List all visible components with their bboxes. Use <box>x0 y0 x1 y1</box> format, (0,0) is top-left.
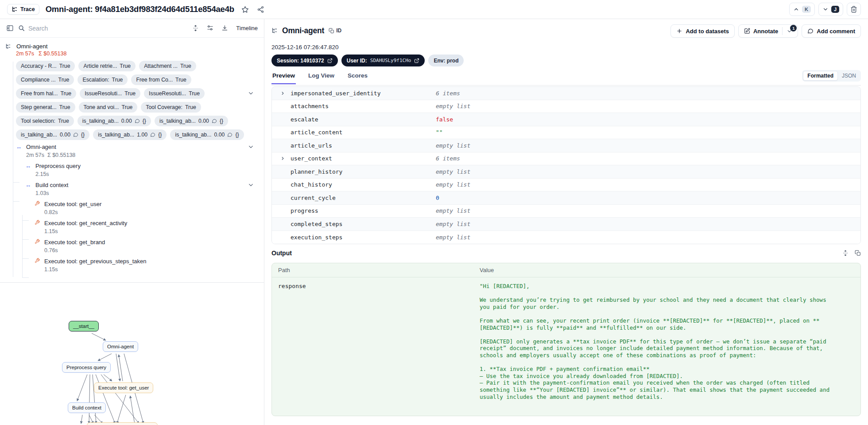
graph-node-build-context[interactable]: Build context <box>68 402 106 413</box>
annotate-button[interactable]: Annotate 1 <box>738 24 798 38</box>
tree-node-omni-agent[interactable]: ↔ Omni-agent 2m 57s Σ $0.55138 <box>5 143 264 159</box>
kv-row[interactable]: article_content "" <box>272 126 860 140</box>
tree-node-get-brand[interactable]: Execute tool: get_brand 0.76s <box>5 238 264 254</box>
page-title: Omni-agent: 9f4a81eb3df983f24d64d511e854… <box>46 4 234 14</box>
kv-row[interactable]: article_urls empty list <box>272 139 860 152</box>
root-cost: Σ $0.55138 <box>39 51 66 57</box>
search-box[interactable] <box>18 25 188 32</box>
collapse-node-chevron-icon[interactable] <box>248 144 254 150</box>
copy-id-button[interactable]: ID <box>329 27 341 34</box>
comment-icon <box>150 132 155 137</box>
kv-row[interactable]: progress empty list <box>272 205 860 218</box>
tree-node-build-context[interactable]: ↔ Build context 1.03s <box>5 181 264 197</box>
comment-icon <box>135 118 140 124</box>
score-badge[interactable]: Tool selection:True <box>16 116 74 126</box>
format-json[interactable]: JSON <box>838 71 860 80</box>
next-trace-button[interactable]: J <box>818 3 843 16</box>
score-badge[interactable]: IssueResoluti...True <box>80 88 140 99</box>
delete-trace-button[interactable] <box>847 3 861 16</box>
score-badge[interactable]: Step generat...True <box>16 102 75 113</box>
score-badge[interactable]: Free from hal...True <box>16 88 76 99</box>
score-badge[interactable]: Attachment ...True <box>139 61 196 71</box>
session-badge[interactable]: Session: 14910372 <box>271 55 338 66</box>
agent-graph: __start__ Omni-agent Preprocess query Ex… <box>0 283 264 425</box>
graph-node-partial[interactable] <box>87 422 158 425</box>
expand-output-icon[interactable] <box>842 250 849 256</box>
kv-row[interactable]: current_cycle 0 <box>272 191 860 205</box>
expand-row-chevron-icon[interactable] <box>280 91 285 96</box>
kv-row[interactable]: escalate false <box>272 113 860 126</box>
kv-key: escalate <box>285 116 436 123</box>
score-badge[interactable]: IssueResoluti...True <box>144 88 205 99</box>
sidebar-header: Timeline <box>0 19 264 38</box>
tree-node-preprocess-query[interactable]: ↔ Preprocess query 2.15s <box>5 162 264 178</box>
tab-preview[interactable]: Preview <box>271 71 296 84</box>
tree-node-get-user[interactable]: Execute tool: get_user 0.82s <box>5 200 264 216</box>
tab-scores[interactable]: Scores <box>347 71 368 84</box>
kv-value: empty list <box>436 181 470 188</box>
graph-node-preprocess-query[interactable]: Preprocess query <box>62 362 111 373</box>
chevron-down-icon <box>822 6 829 12</box>
score-badge[interactable]: is_talking_ab...0.00{} <box>16 129 89 140</box>
kv-row[interactable]: impersonated_user_identity 6 items <box>272 87 860 100</box>
timestamp: 2025-12-16 07:26:47.820 <box>271 44 861 51</box>
graph-node-start[interactable]: __start__ <box>69 321 99 331</box>
search-input[interactable] <box>28 25 126 32</box>
copy-output-icon[interactable] <box>855 250 861 256</box>
kv-row[interactable]: chat_history empty list <box>272 179 860 192</box>
tree-node-get-recent-activity[interactable]: Execute tool: get_recent_activity 1.15s <box>5 219 264 235</box>
share-button[interactable] <box>256 5 265 14</box>
external-link-icon <box>327 58 333 63</box>
trace-tree-icon <box>12 6 18 12</box>
score-badge[interactable]: Article retrie...True <box>78 61 136 71</box>
expand-row-chevron-icon[interactable] <box>280 156 285 161</box>
collapse-node-chevron-icon[interactable] <box>248 182 254 188</box>
tree-stub <box>22 277 29 278</box>
output-row-path: response <box>278 283 480 400</box>
output-table-row[interactable]: response "Hi [REDACTED], We understand y… <box>272 277 860 406</box>
unfold-all-icon[interactable] <box>192 25 199 31</box>
score-badge[interactable]: Accuracy - R...True <box>16 61 75 71</box>
score-badge[interactable]: Compliance ...True <box>16 74 74 85</box>
prev-trace-button[interactable]: K <box>789 3 815 16</box>
kv-value: 6 items <box>436 90 460 97</box>
kv-key: execution_steps <box>285 234 436 241</box>
comment-icon <box>227 132 232 137</box>
add-comment-button[interactable]: Add comment <box>802 24 861 38</box>
graph-node-get-user[interactable]: Execute tool: get_user <box>94 382 153 393</box>
kv-row[interactable]: user_context 6 items <box>272 152 860 166</box>
download-icon[interactable] <box>221 25 228 31</box>
kv-row[interactable]: completed_steps empty list <box>272 218 860 231</box>
timeline-toggle[interactable]: Timeline <box>236 25 258 31</box>
format-formatted[interactable]: Formatted <box>803 71 838 81</box>
score-badge[interactable]: Tool Coverage:True <box>141 102 201 113</box>
score-badge[interactable]: Tone and voi...True <box>79 102 138 113</box>
collapse-scores-chevron-icon[interactable] <box>248 90 254 97</box>
kv-value: empty list <box>436 207 470 214</box>
score-badge[interactable]: is_talking_ab...0.00{} <box>170 129 244 140</box>
trace-tree-icon <box>5 43 11 49</box>
tree-node-get-previous-steps-taken[interactable]: Execute tool: get_previous_steps_taken 1… <box>5 257 264 273</box>
kv-value: false <box>436 116 453 123</box>
score-badge[interactable]: is_talking_ab...1.00{} <box>93 129 167 140</box>
add-to-datasets-button[interactable]: Add to datasets <box>670 24 735 38</box>
copy-icon <box>329 28 334 34</box>
settings-sliders-icon[interactable] <box>207 25 213 31</box>
star-button[interactable] <box>240 5 250 14</box>
score-badge[interactable]: is_talking_ab...0.00{} <box>78 116 151 126</box>
kv-row[interactable]: execution_steps empty list <box>272 231 860 244</box>
annotate-dropdown[interactable]: 1 <box>787 28 792 34</box>
graph-node-omni-agent[interactable]: Omni-agent <box>103 341 138 352</box>
root-duration: 2m 57s <box>16 51 34 57</box>
score-badge[interactable]: is_talking_ab...0.00{} <box>155 116 228 126</box>
kv-row[interactable]: planner_history empty list <box>272 165 860 179</box>
kv-row[interactable]: attachments empty list <box>272 100 860 113</box>
annotate-pen-icon <box>744 28 750 34</box>
score-badge[interactable]: Escalation:True <box>78 74 128 85</box>
user-id-badge[interactable]: User ID: SDAHUSLy9f1CHo <box>341 55 425 66</box>
kv-key: attachments <box>285 103 436 109</box>
tab-log-view[interactable]: Log View <box>307 71 335 84</box>
tree-root-row[interactable]: Omni-agent <box>5 43 264 50</box>
score-badge[interactable]: Free from Co...True <box>131 74 191 85</box>
collapse-panel-icon[interactable] <box>6 24 14 32</box>
